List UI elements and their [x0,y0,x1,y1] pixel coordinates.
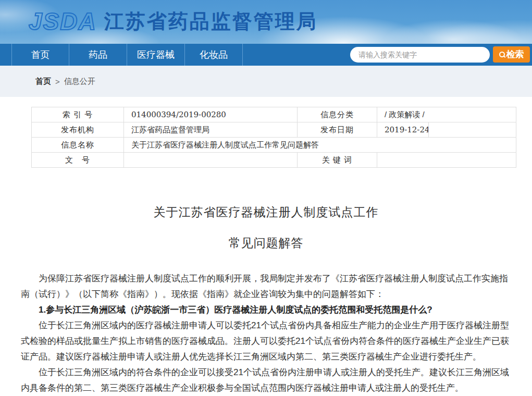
document-meta-table: 索 引 号 014000394/2019-00280 信息分类 / 政策解读 /… [31,107,516,168]
nav-item-drugs[interactable]: 药品 [69,44,127,66]
doc-number-value [124,153,298,168]
breadcrumb-current-link[interactable]: 信息公开 [64,77,95,86]
publish-date-label: 发布日期 [298,122,377,138]
info-category-value: / 政策解读 / [377,107,516,122]
breadcrumb: 首页 > 信息公开 [0,66,532,97]
nav-item-medical-devices[interactable]: 医疗器械 [127,44,185,66]
table-row: 信息名称 关于江苏省医疗器械注册人制度试点工作常见问题解答 [32,138,516,153]
doc-number-label: 文 号 [32,153,124,168]
main-nav: 首页 药品 医疗器械 化妆品 检索 [0,44,532,66]
nav-item-home[interactable]: 首页 [11,44,69,66]
search-icon [499,52,505,57]
info-name-label: 信息名称 [32,138,124,153]
search-button[interactable]: 检索 [493,46,530,63]
paragraph-question-1: 1.参与长江三角洲区域（沪苏皖浙一市三省）医疗器械注册人制度试点的委托范围和受托… [21,302,516,318]
keywords-value [377,153,516,168]
page-title-line1: 关于江苏省医疗器械注册人制度试点工作 [0,204,532,220]
breadcrumb-separator: > [55,77,60,86]
empty-cell [429,122,516,138]
site-title: 江苏省药品监督管理局 [104,7,318,35]
breadcrumb-home-link[interactable]: 首页 [35,77,51,86]
index-number-label: 索 引 号 [32,107,124,122]
search-input[interactable] [350,47,490,63]
paragraph-intro: 为保障江苏省医疗器械注册人制度试点工作的顺利开展，我局制定并发布了《江苏省医疗器… [21,271,516,302]
page-title-line2: 常见问题解答 [0,235,532,251]
info-name-value: 关于江苏省医疗器械注册人制度试点工作常见问题解答 [124,138,516,153]
table-row: 文 号 关 键 词 [32,153,516,168]
search-box [350,47,490,63]
brand: JSDA 江苏省药品监督管理局 [29,7,318,35]
keywords-label: 关 键 词 [298,153,377,168]
publish-date-value: 2019-12-24 [377,122,429,138]
nav-item-cosmetics[interactable]: 化妆品 [185,44,243,66]
site-header-banner: JSDA 江苏省药品监督管理局 [0,0,532,44]
info-category-label: 信息分类 [298,107,377,122]
publisher-value: 江苏省药品监督管理局 [124,122,298,138]
table-row: 索 引 号 014000394/2019-00280 信息分类 / 政策解读 / [32,107,516,122]
paragraph-answer-2: 位于长江三角洲区域内的符合条件的企业可以接受21个试点省份内注册申请人或注册人的… [21,365,516,396]
table-row: 发布机构 江苏省药品监督管理局 发布日期 2019-12-24 [32,122,516,138]
article-body: 为保障江苏省医疗器械注册人制度试点工作的顺利开展，我局制定并发布了《江苏省医疗器… [21,271,516,396]
jsda-logo: JSDA [29,8,97,34]
paragraph-answer-1: 位于长江三角洲区域内的医疗器械注册申请人可以委托21个试点省份内具备相应生产能力… [21,318,516,365]
search-button-label: 检索 [506,48,524,60]
index-number-value: 014000394/2019-00280 [124,107,298,122]
publisher-label: 发布机构 [32,122,124,138]
